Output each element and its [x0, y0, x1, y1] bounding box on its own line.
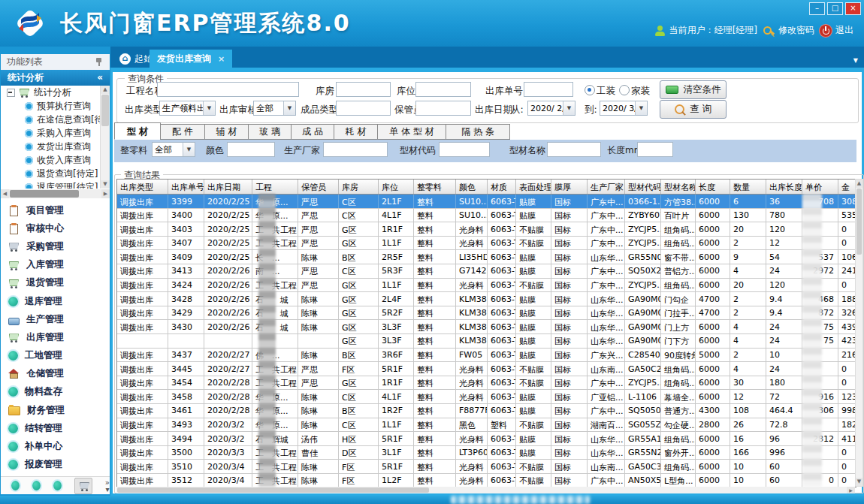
column-header-1[interactable]: 出库单号	[168, 180, 204, 194]
menu-item-12[interactable]: 结转管理	[1, 419, 110, 437]
chevron-down-icon[interactable]: ▼	[563, 101, 575, 115]
table-row[interactable]: 调拨出库34372020/2/27佛 ...陈琳B区3R6F整料FW056063…	[117, 349, 856, 363]
table-row[interactable]: 调拨出库34072020/2/25工 共工程严思G区1L1F整料光身料6063-…	[117, 237, 856, 251]
whole-part-select[interactable]: 全部▼	[152, 142, 195, 157]
table-row[interactable]: 调拨出库34132020/2/26南 ...严思C区5R3F整料G7142260…	[117, 264, 856, 279]
column-header-16[interactable]: 数量	[730, 180, 766, 194]
tree-item-0[interactable]: 预算执行查询	[1, 99, 110, 113]
tree-vertical-scrollbar[interactable]: ▲ ▼	[100, 86, 110, 189]
scroll-down-icon[interactable]: ▼	[101, 180, 110, 189]
tree-root-statistics[interactable]: 统计分析	[1, 86, 110, 99]
column-header-5[interactable]: 库房	[339, 180, 379, 194]
tree-item-3[interactable]: 发货出库查询	[1, 140, 110, 153]
menu-item-0[interactable]: 项目管理	[1, 201, 110, 219]
date-from-picker[interactable]: 2020/ 2/16▼	[527, 101, 575, 116]
menu-item-9[interactable]: 仓储管理	[1, 365, 110, 383]
module-dot-icon[interactable]	[11, 481, 20, 490]
scroll-up-icon[interactable]: ▲	[856, 180, 862, 188]
column-header-3[interactable]: 工程	[252, 180, 298, 194]
material-tab-0[interactable]: 型 材	[114, 122, 161, 140]
table-row[interactable]: 调拨出库34302020/2/26石 城陈琳G区3L3F整料KLM3817606…	[117, 320, 856, 334]
color-input[interactable]	[227, 142, 275, 157]
pin-icon[interactable]	[95, 58, 103, 66]
scroll-up-icon[interactable]: ▲	[101, 86, 110, 94]
radio-work-install[interactable]	[585, 85, 595, 95]
menu-item-2[interactable]: 采购管理	[1, 237, 110, 255]
menu-item-6[interactable]: 生产管理	[1, 310, 110, 328]
out-type-select[interactable]: 生产领料出库▼	[159, 101, 216, 116]
menu-item-8[interactable]: 工地管理	[1, 347, 110, 365]
module-dot-icon[interactable]	[32, 481, 41, 490]
column-header-18[interactable]: 单价	[802, 180, 838, 194]
radio-home-install[interactable]	[619, 85, 630, 95]
scroll-down-icon[interactable]: ▼	[856, 478, 862, 486]
collapse-icon[interactable]: «	[97, 70, 103, 86]
column-header-14[interactable]: 型材名称	[661, 180, 696, 194]
change-password-button[interactable]: 修改密码	[763, 24, 814, 37]
column-header-8[interactable]: 颜色	[456, 180, 488, 194]
material-tab-7[interactable]: 隔 热 条	[446, 124, 510, 140]
table-row[interactable]: 调拨出库33992020/2/25华 原...严思C区2L1F整料SU10...…	[117, 195, 856, 209]
chevron-down-icon[interactable]: ▼	[635, 101, 647, 115]
length-input[interactable]	[637, 142, 673, 157]
table-row[interactable]: 调拨出库34242020/2/26工 共工程严思G区1L1F整料光身料6063-…	[117, 279, 856, 293]
table-row[interactable]: 调拨出库34292020/2/26石 城陈琳G区5R2F整料KLM3817606…	[117, 306, 856, 321]
scroll-right-icon[interactable]: ▶	[847, 487, 855, 493]
maximize-button[interactable]: □	[827, 2, 843, 15]
material-tab-3[interactable]: 玻 璃	[248, 124, 292, 140]
column-header-4[interactable]: 保管员	[298, 180, 339, 194]
menu-item-14[interactable]: 报废管理	[1, 456, 110, 474]
table-row[interactable]: 调拨出库34452020/2/27工 共工程严思F区5R1F整料光身料6063-…	[117, 362, 856, 376]
menu-item-4[interactable]: 退货管理	[1, 274, 110, 292]
module-cart-button[interactable]	[74, 478, 92, 494]
menu-item-1[interactable]: 审核中心	[1, 219, 110, 237]
table-row[interactable]: 调拨出库34932020/3/2华 原...陈琳C区1L1F整料黑色塑料不贴膜国…	[117, 418, 856, 433]
tab-close-icon[interactable]: ×	[218, 54, 225, 64]
scroll-left-icon[interactable]: ◀	[1, 189, 9, 198]
order-no-input[interactable]	[524, 82, 573, 97]
clear-conditions-button[interactable]: 清空条件	[660, 80, 727, 99]
menu-item-13[interactable]: 补单中心	[1, 437, 110, 455]
column-header-17[interactable]: 出库长度	[766, 180, 802, 194]
product-type-input[interactable]	[336, 101, 391, 116]
close-button[interactable]: ×	[845, 2, 861, 15]
table-row[interactable]: G区3L3F整料KLM38176063-T5贴膜国标山东华...GA90M09.…	[117, 334, 856, 349]
search-button[interactable]: 查 询	[660, 100, 727, 119]
column-header-10[interactable]: 表面处理	[516, 180, 551, 194]
column-header-12[interactable]: 生产厂家	[588, 180, 625, 194]
column-header-9[interactable]: 材质	[488, 180, 516, 194]
table-row[interactable]: 调拨出库34002020/2/25华 原...严思C区4L1F整料SU10...…	[117, 209, 856, 223]
chevron-down-icon[interactable]: ▼	[283, 101, 295, 115]
grid-horizontal-scrollbar[interactable]: ▶	[116, 487, 855, 493]
material-tab-6[interactable]: 单 体 型 材	[377, 124, 446, 140]
location-input[interactable]	[415, 82, 471, 97]
warehouse-input[interactable]	[336, 82, 391, 97]
minimize-button[interactable]: –	[809, 2, 825, 15]
table-row[interactable]: 调拨出库34942020/3/2石 辉城汤伟H区5R1F整料光身料6063-T5…	[117, 432, 856, 446]
chevron-down-icon[interactable]: ▼	[203, 101, 215, 115]
tree-expander-icon[interactable]	[7, 89, 15, 97]
menu-item-5[interactable]: 退库管理	[1, 292, 110, 310]
grid-vertical-scrollbar[interactable]: ▲ ▼	[855, 179, 863, 487]
table-row[interactable]: 调拨出库34582020/2/28华 原...陈琳C区4L1F整料光身料6063…	[117, 390, 856, 404]
tree-item-4[interactable]: 收货入库查询	[1, 153, 110, 167]
material-tab-5[interactable]: 耗 材	[334, 124, 378, 140]
scroll-right-icon[interactable]: ▶	[101, 189, 110, 198]
logout-button[interactable]: 退出	[820, 24, 853, 37]
maker-input[interactable]	[323, 142, 388, 157]
table-row[interactable]: 调拨出库34092020/2/25长 ...陈琳B区2R5F整料LI35HD60…	[117, 250, 856, 264]
tab-list-caret-icon[interactable]: ▼	[853, 57, 858, 64]
menu-item-10[interactable]: 物料盘存	[1, 383, 110, 401]
profile-code-input[interactable]	[439, 142, 490, 157]
tree-item-1[interactable]: 在途信息查询[待定]	[1, 113, 110, 126]
table-row[interactable]: 调拨出库35002020/3/3工 共工程曹佳D区3L1F整料LT3P60606…	[117, 446, 856, 460]
keeper-input[interactable]	[415, 101, 471, 116]
menu-item-7[interactable]: 出库管理	[1, 328, 110, 346]
tree-item-6[interactable]: 退库管理[待定]	[1, 180, 110, 189]
material-tab-4[interactable]: 成 品	[291, 124, 334, 140]
audit-select[interactable]: 全部▼	[253, 101, 296, 116]
toolbar-overflow-icon[interactable]: »▾	[105, 479, 110, 493]
tree-horizontal-scrollbar[interactable]: ◀ ▶	[1, 189, 110, 198]
column-header-19[interactable]: 金	[838, 180, 856, 194]
project-name-input[interactable]	[157, 82, 299, 97]
